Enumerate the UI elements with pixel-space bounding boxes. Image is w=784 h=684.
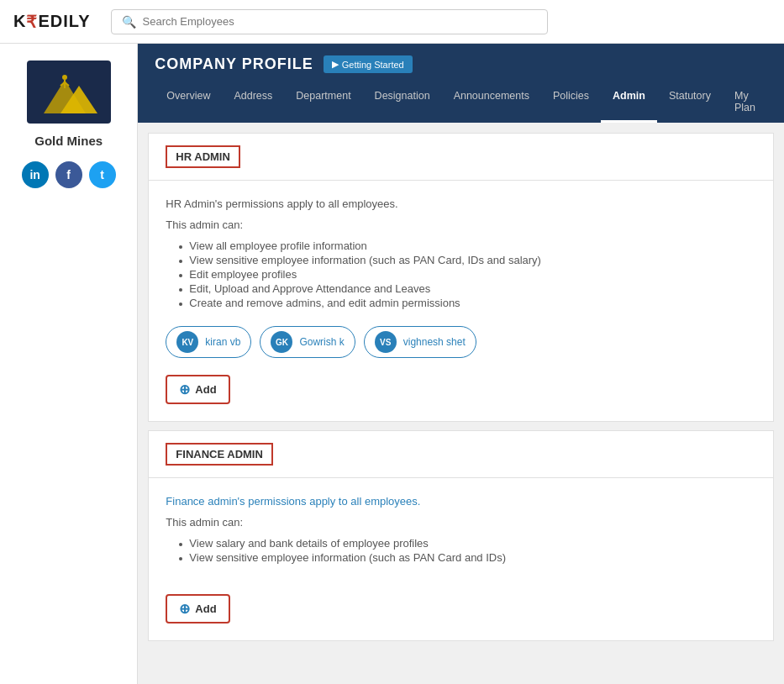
finance-admin-permissions: View salary and bank details of employee… — [179, 537, 756, 564]
hr-admin-desc2: This admin can: — [166, 218, 756, 231]
finance-admin-header: FINANCE ADMIN — [149, 431, 773, 478]
sidebar: Gold Mines in f t — [0, 44, 138, 684]
plus-circle-icon-finance: ⊕ — [179, 601, 190, 617]
finance-admin-add-label: Add — [195, 602, 216, 615]
company-name: Gold Mines — [34, 134, 103, 148]
facebook-icon[interactable]: f — [55, 161, 82, 188]
tab-department[interactable]: Department — [284, 83, 362, 123]
finance-admin-add-button[interactable]: ⊕ Add — [166, 594, 229, 623]
tab-myplan[interactable]: My Plan — [723, 83, 767, 123]
name-kiran: kiran vb — [205, 336, 240, 348]
permission-item: View sensitive employee information (suc… — [179, 254, 756, 266]
company-profile-title: COMPANY PROFILE — [155, 55, 313, 73]
hr-admin-permissions: View all employee profile information Vi… — [179, 239, 756, 309]
tab-designation[interactable]: Designation — [363, 83, 442, 123]
employee-pill-vs[interactable]: VS vighnesh shet — [364, 326, 476, 358]
twitter-icon[interactable]: t — [89, 161, 116, 188]
tab-statutory[interactable]: Statutory — [657, 83, 723, 123]
search-input[interactable] — [143, 15, 537, 28]
tab-address[interactable]: Address — [222, 83, 284, 123]
finance-admin-desc1: Finance admin's permissions apply to all… — [166, 495, 756, 508]
search-bar[interactable]: 🔍 — [111, 9, 548, 34]
nav-tabs: Overview Address Department Designation … — [155, 83, 767, 123]
getting-started-button[interactable]: ▶ Getting Started — [324, 55, 413, 73]
permission-item: Edit employee profiles — [179, 268, 756, 281]
permission-item: View salary and bank details of employee… — [179, 537, 756, 550]
company-logo — [27, 61, 111, 124]
linkedin-icon[interactable]: in — [22, 161, 49, 188]
employee-pill-gk[interactable]: GK Gowrish k — [260, 326, 355, 358]
plus-circle-icon: ⊕ — [179, 381, 190, 397]
finance-admin-body: Finance admin's permissions apply to all… — [149, 478, 773, 640]
hr-admin-desc1: HR Admin's permissions apply to all empl… — [166, 197, 756, 210]
tab-policies[interactable]: Policies — [541, 83, 601, 123]
main-layout: Gold Mines in f t COMPANY PROFILE ▶ Gett… — [0, 44, 784, 684]
hr-admin-body: HR Admin's permissions apply to all empl… — [149, 181, 773, 421]
hr-admin-section: HR ADMIN HR Admin's permissions apply to… — [148, 133, 774, 422]
tab-overview[interactable]: Overview — [155, 83, 222, 123]
permission-item: Edit, Upload and Approve Attendance and … — [179, 282, 756, 295]
company-header: COMPANY PROFILE ▶ Getting Started Overvi… — [138, 44, 784, 123]
social-icons: in f t — [22, 161, 116, 188]
logo-rupee-icon: ₹ — [26, 12, 38, 32]
company-title-row: COMPANY PROFILE ▶ Getting Started — [155, 55, 767, 73]
tab-admin[interactable]: Admin — [601, 83, 657, 123]
avatar-vs: VS — [375, 331, 397, 353]
avatar-kv: KV — [176, 331, 198, 353]
permission-item: View sensitive employee information (suc… — [179, 551, 756, 564]
finance-admin-section: FINANCE ADMIN Finance admin's permission… — [148, 430, 774, 641]
finance-admin-desc2: This admin can: — [166, 516, 756, 529]
hr-admin-header: HR ADMIN — [149, 134, 773, 181]
name-gowrish: Gowrish k — [299, 336, 344, 348]
permission-item: Create and remove admins, and edit admin… — [179, 297, 756, 309]
search-icon: 🔍 — [122, 15, 136, 29]
logo: K₹EDILY — [13, 12, 91, 32]
hr-admin-employees: KV kiran vb GK Gowrish k VS vighnesh she… — [166, 326, 756, 358]
tab-announcements[interactable]: Announcements — [442, 83, 541, 123]
hr-admin-add-button[interactable]: ⊕ Add — [166, 375, 229, 404]
top-bar: K₹EDILY 🔍 — [0, 0, 784, 44]
employee-pill-kv[interactable]: KV kiran vb — [166, 326, 251, 358]
hr-admin-add-label: Add — [195, 383, 216, 396]
permission-item: View all employee profile information — [179, 239, 756, 252]
name-vighnesh: vighnesh shet — [403, 336, 466, 348]
hr-admin-title: HR ADMIN — [166, 145, 240, 168]
finance-admin-title: FINANCE ADMIN — [166, 443, 273, 466]
avatar-gk: GK — [271, 331, 292, 353]
page-content: HR ADMIN HR Admin's permissions apply to… — [138, 123, 784, 651]
content-area: COMPANY PROFILE ▶ Getting Started Overvi… — [138, 44, 784, 684]
svg-point-2 — [62, 75, 67, 80]
